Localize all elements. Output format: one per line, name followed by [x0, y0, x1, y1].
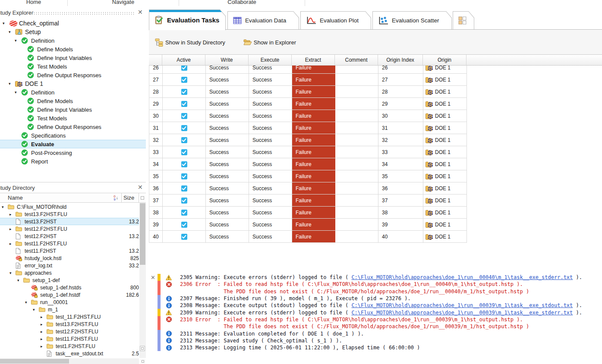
- column-header-execute[interactable]: Execute: [249, 55, 292, 65]
- tree-item-check-optimal[interactable]: ▾Check_optimal: [0, 19, 146, 28]
- active-checkbox[interactable]: [181, 161, 187, 167]
- expander-icon[interactable]: ▸: [41, 315, 47, 319]
- tree-item-test-models[interactable]: Test Models: [0, 62, 146, 71]
- expander-icon[interactable]: ▸: [41, 337, 47, 341]
- tree-item-specifications[interactable]: Specifications: [0, 131, 146, 140]
- active-checkbox[interactable]: [181, 137, 187, 143]
- dir-item-run-00001[interactable]: ▾run__00001: [0, 298, 139, 306]
- dir-item-setup-1-def-hstds[interactable]: setup_1-def.hstds800: [0, 284, 139, 291]
- active-checkbox[interactable]: [181, 89, 187, 95]
- column-header-origin[interactable]: Origin: [423, 55, 466, 65]
- tree-item-definition[interactable]: ▾Definition: [0, 36, 146, 45]
- dir-item-setup-1-def-hstdf[interactable]: setup_1-def.hstdf182.6: [0, 291, 139, 298]
- active-checkbox[interactable]: [181, 77, 187, 83]
- table-row[interactable]: 26SuccessSuccessFailure26DOE 1: [149, 66, 467, 74]
- table-row[interactable]: 36SuccessSuccessFailure36DOE 1: [149, 182, 467, 195]
- expander-icon[interactable]: ▾: [25, 300, 31, 304]
- column-chooser-button[interactable]: [139, 193, 146, 202]
- active-checkbox[interactable]: [181, 125, 187, 131]
- column-header-size[interactable]: Size: [122, 193, 139, 202]
- tree-item-doe-1[interactable]: ▾DOE 1: [0, 79, 146, 88]
- expander-icon[interactable]: ▸: [41, 329, 47, 334]
- dir-item-test13-f2hst-flu[interactable]: ▸test13.F2HST.FLU: [0, 210, 139, 218]
- dir-item-test12-f2hst-flu[interactable]: ▸test12.F2HST.FLU: [0, 225, 139, 232]
- active-checkbox[interactable]: [181, 149, 187, 155]
- tree-item-report[interactable]: Report: [0, 157, 146, 166]
- active-checkbox[interactable]: [181, 222, 187, 228]
- scrollbar-grip[interactable]: [140, 346, 145, 351]
- table-row[interactable]: 27SuccessSuccessFailure27DOE 1: [149, 74, 467, 86]
- dir-item-test1-f2hst-flu[interactable]: ▸test1.F2HST.FLU: [0, 342, 139, 350]
- tree-item-definition[interactable]: ▾Definition: [0, 88, 146, 97]
- expander-icon[interactable]: ▾: [3, 21, 9, 25]
- column-header-write[interactable]: Write: [205, 55, 249, 65]
- log-file-link[interactable]: C:\Flux_MOTOR\hold\approaches\doe_1\run_…: [351, 302, 573, 308]
- table-row[interactable]: 29SuccessSuccessFailure29DOE 1: [149, 98, 467, 110]
- tree-item-define-output-responses[interactable]: Define Output Responses: [0, 122, 146, 131]
- tree-item-setup[interactable]: ▾Setup: [0, 28, 146, 36]
- tree-item-define-output-responses[interactable]: Define Output Responses: [0, 71, 146, 79]
- expander-icon[interactable]: ▾: [17, 278, 23, 282]
- close-icon[interactable]: ✕: [138, 184, 143, 191]
- tree-item-define-input-variables[interactable]: Define Input Variables: [0, 105, 146, 114]
- log-file-link[interactable]: C:\Flux_MOTOR\hold\approaches\doe_1\run_…: [351, 310, 573, 316]
- tab-evaluation-scatter[interactable]: Evaluation Scatter: [372, 11, 452, 29]
- expander-icon[interactable]: ▾: [9, 30, 15, 34]
- tree-item-post-processing[interactable]: Post-Processing: [0, 148, 146, 157]
- panel-drag-handle[interactable]: [31, 12, 134, 15]
- column-header-origin-index[interactable]: Origin Index: [378, 55, 423, 65]
- sort-order-icon[interactable]: 09↓: [110, 193, 122, 202]
- dir-item-setup-1-def[interactable]: ▾setup_1-def: [0, 276, 139, 284]
- show-in-study-directory-button[interactable]: Show in Study Directory: [155, 38, 225, 47]
- table-row[interactable]: 35SuccessSuccessFailure35DOE 1: [149, 170, 467, 182]
- column-header-extract[interactable]: Extract: [292, 55, 335, 65]
- tree-item-define-models[interactable]: Define Models: [0, 45, 146, 53]
- menu-home[interactable]: Home: [0, 0, 68, 6]
- dir-item-test11-f2hst-flu[interactable]: ▸test11.F2HST.FLU: [0, 335, 139, 342]
- expander-icon[interactable]: ▾: [33, 308, 39, 312]
- expander-icon[interactable]: ▸: [9, 242, 16, 246]
- expander-icon[interactable]: ▾: [15, 90, 21, 94]
- active-checkbox[interactable]: [181, 66, 187, 71]
- expander-icon[interactable]: ▸: [41, 322, 47, 326]
- active-checkbox[interactable]: [181, 234, 187, 240]
- dir-item-test13-f2hst[interactable]: test13.F2HST13.2: [0, 218, 139, 225]
- expander-icon[interactable]: ▸: [41, 344, 47, 348]
- menu-collaborate[interactable]: Collaborate: [179, 0, 305, 6]
- expander-icon[interactable]: ▸: [9, 227, 16, 231]
- directory-vertical-scrollbar[interactable]: [139, 203, 146, 358]
- close-icon[interactable]: ✕: [138, 9, 143, 16]
- column-header-name[interactable]: Name: [0, 193, 110, 202]
- scrollbar-corner-button[interactable]: [140, 359, 145, 364]
- expander-icon[interactable]: ▾: [9, 271, 16, 275]
- table-row[interactable]: 31SuccessSuccessFailure31DOE 1: [149, 122, 467, 134]
- column-header-active[interactable]: Active: [162, 55, 205, 65]
- table-row[interactable]: 28SuccessSuccessFailure28DOE 1: [149, 86, 467, 98]
- active-checkbox[interactable]: [181, 185, 187, 191]
- tab-evaluation-plot[interactable]: Evaluation Plot: [300, 11, 371, 29]
- table-row[interactable]: 33SuccessSuccessFailure33DOE 1: [149, 146, 467, 158]
- table-row[interactable]: 39SuccessSuccessFailure39DOE 1: [149, 219, 467, 231]
- scrollbar-thumb[interactable]: [0, 359, 69, 364]
- dir-item-hstudy-lock-hstl[interactable]: hstudy_lock.hstl825: [0, 254, 139, 262]
- active-checkbox[interactable]: [181, 173, 187, 179]
- active-checkbox[interactable]: [181, 210, 187, 216]
- tree-item-test-models[interactable]: Test Models: [0, 114, 146, 122]
- table-row[interactable]: 40SuccessSuccessFailure40DOE 1: [149, 231, 467, 243]
- scrollbar-thumb[interactable]: [140, 203, 145, 265]
- tree-item-define-input-variables[interactable]: Define Input Variables: [0, 53, 146, 62]
- expander-icon[interactable]: ▾: [15, 38, 21, 43]
- dir-item-m-1[interactable]: ▾m_1: [0, 306, 139, 313]
- tab-evaluation-data[interactable]: Evaluation Data: [227, 11, 299, 29]
- dir-item-c-flux-motor-hold[interactable]: ▾C:\Flux_MOTOR\hold: [0, 203, 139, 210]
- active-checkbox[interactable]: [181, 101, 187, 107]
- expander-icon[interactable]: ▾: [2, 205, 8, 209]
- dir-item-test13-f2hst-flu[interactable]: ▸test13.F2HST.FLU: [0, 320, 139, 328]
- active-checkbox[interactable]: [181, 198, 187, 204]
- table-row[interactable]: 34SuccessSuccessFailure34DOE 1: [149, 158, 467, 170]
- tab-evaluation-tasks[interactable]: Evaluation Tasks: [149, 9, 226, 30]
- column-header-comment[interactable]: Comment: [335, 55, 378, 65]
- dir-item-test-11-f2hst-flu[interactable]: ▸test_11.F2HST.FLU: [0, 313, 139, 320]
- expander-icon[interactable]: ▾: [9, 82, 15, 86]
- directory-horizontal-scrollbar[interactable]: [0, 358, 139, 364]
